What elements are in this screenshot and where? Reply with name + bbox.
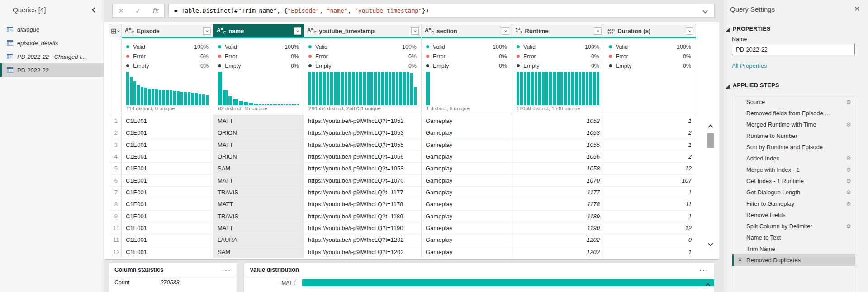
applied-step[interactable]: Source⚙ — [732, 96, 855, 108]
cell-episode[interactable]: C1E001 — [122, 234, 213, 246]
row-number[interactable]: 6 — [109, 175, 122, 187]
column-header-name[interactable]: ABCname — [213, 24, 304, 37]
cell-youtube-timestamp[interactable]: https://youtu.be/i-p9lWIhcLQ?t=1056 — [304, 151, 422, 163]
filter-dropdown-icon[interactable] — [502, 27, 509, 35]
cell-youtube-timestamp[interactable]: https://youtu.be/i-p9lWIhcLQ?t=1055 — [304, 139, 422, 151]
applied-step[interactable]: Remove Fields — [732, 209, 855, 221]
step-settings-gear-icon[interactable]: ⚙ — [846, 175, 851, 187]
applied-step[interactable]: Name to Text — [732, 232, 855, 243]
applied-step[interactable]: Added Index⚙ — [732, 153, 855, 164]
cell-youtube-timestamp[interactable]: https://youtu.be/i-p9lWIhcLQ?t=1052 — [304, 115, 422, 127]
query-list-item[interactable]: PD-2022-22 — [0, 63, 104, 77]
cell-runtime[interactable]: 1190 — [512, 222, 604, 234]
cell-duration[interactable]: 1 — [604, 211, 696, 222]
row-number[interactable]: 12 — [109, 246, 122, 258]
cell-runtime[interactable]: 1189 — [512, 211, 604, 222]
row-number[interactable]: 2 — [109, 127, 122, 139]
column-header-Episode[interactable]: ABCEpisode — [122, 24, 213, 37]
cell-duration[interactable]: 1 — [604, 246, 696, 258]
column-header-Runtime[interactable]: 123Runtime — [512, 24, 604, 37]
query-list-item[interactable]: dialogue — [0, 23, 104, 36]
cell-name[interactable]: MATT — [213, 222, 304, 234]
select-all-cell[interactable]: ⊞ — [109, 24, 122, 37]
cell-episode[interactable]: C1E001 — [122, 211, 213, 222]
cell-section[interactable]: Gameplay — [422, 163, 512, 174]
cell-episode[interactable]: C1E001 — [122, 246, 213, 258]
fx-icon[interactable]: fx — [152, 7, 158, 15]
cell-episode[interactable]: C1E001 — [122, 175, 213, 187]
scroll-up-icon[interactable] — [708, 124, 713, 129]
cell-episode[interactable]: C1E001 — [122, 151, 213, 163]
cell-episode[interactable]: C1E001 — [122, 163, 213, 174]
cell-name[interactable]: MATT — [213, 175, 304, 187]
close-icon[interactable]: ✕ — [854, 5, 860, 13]
step-settings-gear-icon[interactable]: ⚙ — [846, 119, 851, 130]
step-settings-gear-icon[interactable]: ⚙ — [846, 187, 851, 198]
column-header-Duration (s)[interactable]: ABC123Duration (s) — [604, 24, 696, 37]
cell-section[interactable]: Gameplay — [422, 246, 512, 258]
applied-step[interactable]: Trim Name — [732, 243, 855, 254]
cell-section[interactable]: Gameplay — [422, 234, 512, 246]
collapse-properties-icon[interactable] — [726, 28, 730, 32]
cell-duration[interactable]: 1 — [604, 115, 696, 127]
cell-name[interactable]: SAM — [213, 163, 304, 174]
row-number[interactable]: 11 — [109, 234, 122, 246]
cell-section[interactable]: Gameplay — [422, 187, 512, 198]
query-list-item[interactable]: PD-2022-22 - Changed I... — [0, 50, 104, 63]
cell-youtube-timestamp[interactable]: https://youtu.be/i-p9lWIhcLQ?t=1053 — [304, 127, 422, 139]
cell-section[interactable]: Gameplay — [422, 115, 512, 127]
collapse-applied-steps-icon[interactable] — [726, 85, 730, 89]
cell-youtube-timestamp[interactable]: https://youtu.be/i-p9lWIhcLQ?t=1190 — [304, 222, 422, 234]
cell-name[interactable]: MATT — [213, 115, 304, 127]
cell-duration[interactable]: 0 — [604, 234, 696, 246]
applied-step[interactable]: Runtime to Number — [732, 130, 855, 141]
row-number[interactable]: 5 — [109, 163, 122, 174]
row-number[interactable]: 9 — [109, 211, 122, 222]
cell-section[interactable]: Gameplay — [422, 198, 512, 210]
applied-step[interactable]: Get Index - 1 Runtime⚙ — [732, 175, 855, 187]
cancel-icon[interactable]: ✕ — [119, 7, 124, 14]
applied-step[interactable]: Merge with Index - 1⚙ — [732, 164, 855, 175]
column-header-youtube_timestamp[interactable]: ABCyoutube_timestamp — [304, 24, 422, 37]
row-number[interactable]: 3 — [109, 139, 122, 151]
cell-name[interactable]: MATT — [213, 198, 304, 210]
applied-step[interactable]: Merged Runtime with Time⚙ — [732, 119, 855, 130]
applied-step[interactable]: Split Column by Delimiter⚙ — [732, 221, 855, 232]
query-name-input[interactable] — [732, 44, 855, 55]
cell-youtube-timestamp[interactable]: https://youtu.be/i-p9lWIhcLQ?t=1189 — [304, 211, 422, 222]
cell-name[interactable]: MATT — [213, 139, 304, 151]
cell-name[interactable]: TRAVIS — [213, 187, 304, 198]
column-statistics-menu-icon[interactable]: ··· — [222, 266, 231, 273]
cell-episode[interactable]: C1E001 — [122, 127, 213, 139]
cell-episode[interactable]: C1E001 — [122, 222, 213, 234]
applied-step[interactable]: ✕Removed Duplicates — [732, 254, 855, 266]
cell-name[interactable]: ORION — [213, 151, 304, 163]
filter-dropdown-icon[interactable] — [294, 27, 301, 35]
expand-formula-icon[interactable] — [702, 8, 707, 13]
cell-runtime[interactable]: 1070 — [512, 175, 604, 187]
applied-step[interactable]: Sort by Runtime and Episode — [732, 141, 855, 153]
cell-runtime[interactable]: 1055 — [512, 139, 604, 151]
query-list-item[interactable]: episode_details — [0, 36, 104, 50]
row-number[interactable]: 8 — [109, 198, 122, 210]
row-number[interactable]: 10 — [109, 222, 122, 234]
cell-youtube-timestamp[interactable]: https://youtu.be/i-p9lWIhcLQ?t=1058 — [304, 163, 422, 174]
cell-duration[interactable]: 1 — [604, 139, 696, 151]
step-settings-gear-icon[interactable]: ⚙ — [846, 96, 851, 108]
cell-duration[interactable]: 107 — [604, 175, 696, 187]
cell-runtime[interactable]: 1053 — [512, 127, 604, 139]
applied-step[interactable]: Removed fields from Episode ... — [732, 108, 855, 119]
step-settings-gear-icon[interactable]: ⚙ — [846, 221, 851, 232]
cell-episode[interactable]: C1E001 — [122, 115, 213, 127]
cell-duration[interactable]: 12 — [604, 163, 696, 174]
row-number[interactable]: 4 — [109, 151, 122, 163]
filter-dropdown-icon[interactable] — [686, 27, 693, 35]
row-number[interactable]: 7 — [109, 187, 122, 198]
cell-episode[interactable]: C1E001 — [122, 139, 213, 151]
formula-bar[interactable]: = Table.Distinct(#"Trim Name", {"Episode… — [168, 4, 715, 18]
cell-episode[interactable]: C1E001 — [122, 187, 213, 198]
cell-runtime[interactable]: 1178 — [512, 198, 604, 210]
cell-section[interactable]: Gameplay — [422, 211, 512, 222]
commit-icon[interactable]: ✓ — [135, 7, 141, 14]
formula-input[interactable]: = Table.Distinct(#"Trim Name", {"Episode… — [174, 4, 429, 17]
